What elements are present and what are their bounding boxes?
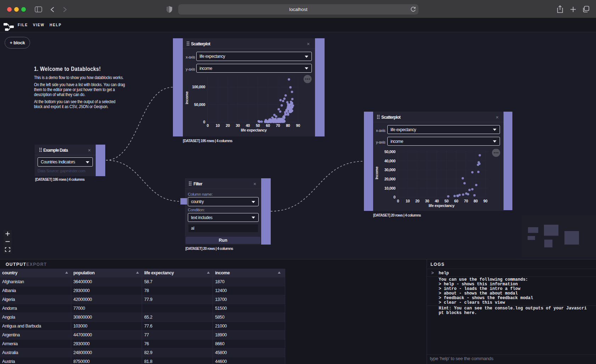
svg-text:30,000: 30,000	[384, 168, 396, 172]
svg-text:0: 0	[393, 195, 395, 199]
svg-text:90: 90	[483, 199, 488, 203]
svg-text:90: 90	[296, 123, 300, 128]
svg-text:50: 50	[444, 199, 449, 203]
svg-text:20: 20	[226, 123, 230, 128]
svg-text:40: 40	[435, 199, 439, 203]
svg-text:100,000: 100,000	[192, 85, 205, 89]
svg-text:80: 80	[286, 123, 290, 128]
svg-text:70: 70	[464, 199, 468, 203]
svg-text:0: 0	[203, 120, 205, 124]
svg-text:life expectancy: life expectancy	[241, 128, 267, 132]
svg-text:0: 0	[397, 199, 399, 203]
svg-text:40: 40	[246, 123, 250, 128]
svg-text:50: 50	[256, 123, 260, 128]
svg-text:0: 0	[207, 123, 209, 128]
svg-text:20: 20	[415, 199, 420, 203]
svg-text:income: income	[185, 91, 189, 104]
svg-text:20,000: 20,000	[384, 177, 396, 181]
svg-text:10,000: 10,000	[384, 186, 396, 190]
svg-text:10: 10	[406, 199, 410, 203]
svg-text:80: 80	[474, 199, 478, 203]
svg-text:10: 10	[216, 123, 220, 128]
svg-text:life expectancy: life expectancy	[429, 203, 455, 208]
svg-text:60: 60	[454, 199, 459, 203]
svg-text:30: 30	[236, 123, 240, 128]
svg-text:Income: Income	[375, 167, 379, 179]
svg-text:70: 70	[276, 123, 280, 128]
svg-text:50,000: 50,000	[384, 150, 396, 154]
svg-text:50,000: 50,000	[194, 102, 206, 107]
svg-text:40,000: 40,000	[384, 159, 396, 163]
svg-text:30: 30	[425, 199, 429, 203]
svg-text:60: 60	[266, 123, 270, 128]
